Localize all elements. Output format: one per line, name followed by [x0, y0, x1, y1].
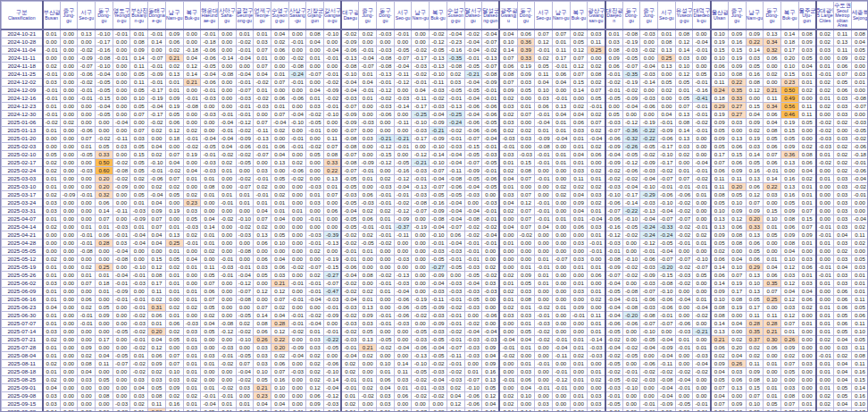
value-cell[interactable]: -0.06 [201, 79, 219, 87]
value-cell[interactable]: -0.03 [517, 151, 535, 159]
value-cell[interactable]: -0.07 [236, 288, 254, 296]
value-cell[interactable]: 0.07 [764, 151, 781, 159]
value-cell[interactable]: -0.05 [236, 159, 254, 167]
value-cell[interactable]: -0.02 [96, 135, 113, 143]
value-cell[interactable]: 0.07 [201, 280, 219, 288]
value-cell[interactable]: 0.00 [218, 183, 236, 191]
value-cell[interactable]: 0.16 [746, 167, 764, 175]
value-cell[interactable]: -0.01 [201, 29, 219, 38]
value-cell[interactable]: -0.03 [640, 280, 658, 288]
value-cell[interactable]: 0.07 [324, 191, 342, 199]
value-cell[interactable]: -0.02 [464, 320, 482, 328]
value-cell[interactable]: 0.00 [640, 384, 658, 392]
value-cell[interactable]: 0.01 [306, 328, 324, 336]
value-cell[interactable]: 0.07 [711, 400, 729, 408]
value-cell[interactable]: 0.13 [711, 215, 729, 223]
value-cell[interactable]: 0.01 [201, 360, 219, 368]
value-cell[interactable]: -0.03 [464, 191, 482, 199]
value-cell[interactable]: -0.14 [394, 103, 412, 111]
value-cell[interactable]: -0.06 [464, 392, 482, 400]
value-cell[interactable]: -0.10 [148, 159, 166, 167]
value-cell[interactable]: 0.01 [43, 344, 61, 352]
col-header-dong-gu[interactable]: 동구Dong-gu [764, 2, 781, 30]
value-cell[interactable]: -0.04 [341, 79, 359, 87]
value-cell[interactable]: 0.13 [482, 376, 500, 384]
value-cell[interactable]: 0.00 [165, 215, 183, 223]
value-cell[interactable]: -0.07 [236, 87, 254, 95]
value-cell[interactable]: 0.19 [165, 207, 183, 215]
value-cell[interactable]: 0.01 [271, 207, 288, 215]
value-cell[interactable]: 0.00 [218, 336, 236, 344]
value-cell[interactable]: 0.14 [675, 46, 693, 55]
value-cell[interactable]: -0.05 [306, 119, 324, 127]
value-cell[interactable]: 0.06 [746, 256, 764, 264]
value-cell[interactable]: 0.06 [271, 264, 288, 272]
value-cell[interactable]: 0.00 [605, 103, 623, 111]
value-cell[interactable]: 0.01 [552, 127, 570, 135]
value-cell[interactable]: 0.00 [622, 400, 640, 408]
value-cell[interactable]: 0.13 [552, 103, 570, 111]
value-cell[interactable]: -0.03 [254, 103, 271, 111]
value-cell[interactable]: -0.09 [394, 215, 412, 223]
value-cell[interactable]: 0.04 [711, 368, 729, 376]
value-cell[interactable]: -0.24 [288, 71, 306, 79]
value-cell[interactable]: 0.49 [780, 95, 798, 103]
value-cell[interactable]: 0.00 [60, 360, 78, 368]
value-cell[interactable]: -0.01 [605, 392, 623, 400]
value-cell[interactable]: -0.01 [605, 408, 623, 412]
value-cell[interactable]: 0.00 [96, 320, 113, 328]
value-cell[interactable]: -0.01 [412, 384, 430, 392]
value-cell[interactable]: 0.02 [499, 304, 517, 312]
value-cell[interactable]: -0.06 [482, 111, 500, 119]
value-cell[interactable]: 0.07 [711, 384, 729, 392]
value-cell[interactable]: 0.06 [148, 352, 166, 360]
value-cell[interactable]: -0.01 [675, 240, 693, 248]
value-cell[interactable]: 0.00 [412, 231, 430, 240]
value-cell[interactable]: 0.00 [183, 111, 201, 119]
value-cell[interactable]: 0.03 [833, 240, 851, 248]
value-cell[interactable]: -0.01 [552, 384, 570, 392]
value-cell[interactable]: 0.29 [711, 103, 729, 111]
value-cell[interactable]: 0.04 [833, 264, 851, 272]
value-cell[interactable]: -0.09 [658, 127, 676, 135]
value-cell[interactable]: -0.06 [464, 400, 482, 408]
value-cell[interactable]: -0.03 [324, 296, 342, 304]
value-cell[interactable]: 0.01 [764, 256, 781, 264]
value-cell[interactable]: -0.01 [816, 264, 834, 272]
value-cell[interactable]: -0.02 [236, 328, 254, 336]
value-cell[interactable]: -0.03 [377, 103, 395, 111]
value-cell[interactable]: -0.01 [306, 280, 324, 288]
value-cell[interactable]: 0.22 [271, 336, 288, 344]
value-cell[interactable]: 0.00 [728, 127, 746, 135]
value-cell[interactable]: -0.17 [622, 191, 640, 199]
value-cell[interactable]: -0.03 [816, 135, 834, 143]
value-cell[interactable]: -0.01 [43, 87, 61, 95]
value-cell[interactable]: 0.14 [570, 87, 588, 95]
value-cell[interactable]: 0.01 [165, 79, 183, 87]
value-cell[interactable]: 0.02 [183, 392, 201, 400]
col-header-ulsan[interactable]: 울산광역시Ulsan [711, 2, 729, 30]
value-cell[interactable]: -0.10 [430, 159, 447, 167]
value-cell[interactable]: 0.01 [306, 55, 324, 63]
value-cell[interactable]: 0.00 [359, 103, 377, 111]
value-cell[interactable]: 0.02 [78, 352, 96, 360]
value-cell[interactable]: -0.02 [288, 55, 306, 63]
value-cell[interactable]: 0.06 [746, 183, 764, 191]
value-cell[interactable]: -0.11 [113, 207, 130, 215]
value-cell[interactable]: 0.04 [535, 223, 553, 231]
col-header-dong-gu[interactable]: 동구Dong-gu [377, 2, 395, 30]
value-cell[interactable]: 0.01 [499, 183, 517, 191]
value-cell[interactable]: -0.04 [447, 207, 464, 215]
col-header-seo-gu[interactable]: 서구Seo-gu [394, 2, 412, 30]
value-cell[interactable]: 0.06 [851, 312, 868, 320]
value-cell[interactable]: 0.00 [430, 400, 447, 408]
date-cell[interactable]: 2024-12-16 [2, 95, 43, 103]
value-cell[interactable]: -0.01 [341, 376, 359, 384]
value-cell[interactable]: -0.01 [130, 304, 148, 312]
value-cell[interactable]: -0.26 [622, 143, 640, 151]
value-cell[interactable]: 0.12 [306, 384, 324, 392]
value-cell[interactable]: -0.07 [341, 167, 359, 175]
value-cell[interactable]: -0.01 [377, 199, 395, 207]
value-cell[interactable]: 0.09 [746, 368, 764, 376]
value-cell[interactable]: 0.05 [254, 408, 271, 412]
